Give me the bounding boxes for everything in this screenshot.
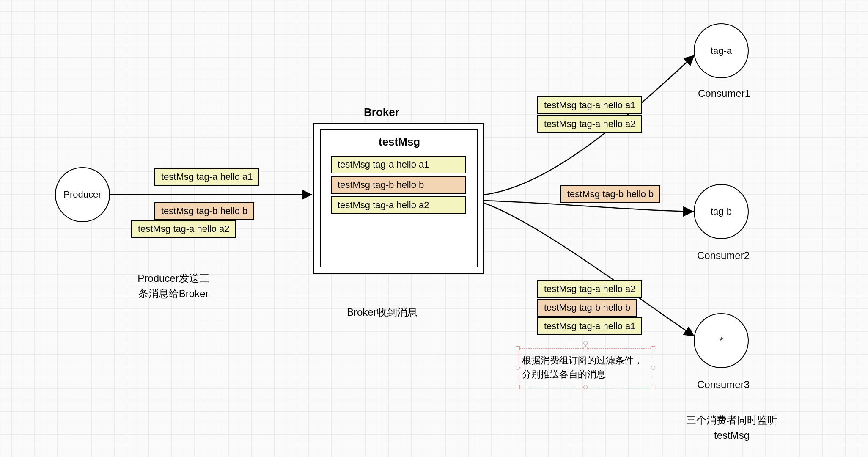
consumer3-tag: * [720, 335, 723, 346]
consumer3-msg-1: testMsg tag-a hello a2 [537, 280, 642, 298]
producer-msg-3: testMsg tag-a hello a2 [131, 220, 236, 238]
broker-title: Broker [364, 106, 399, 119]
consumer3-label: Consumer3 [697, 379, 750, 391]
consumer1-tag: tag-a [711, 45, 732, 56]
consumer1-label: Consumer1 [698, 88, 750, 99]
consumer2-label: Consumer2 [697, 250, 750, 262]
consumer1-node: tag-a [694, 23, 749, 78]
broker-topic-title: testMsg [379, 135, 420, 149]
producer-msg-2: testMsg tag-b hello b [154, 202, 254, 220]
consumer2-tag: tag-b [711, 206, 732, 217]
consumer3-msg-3: testMsg tag-a hello a1 [537, 317, 642, 335]
broker-msg-3: testMsg tag-a hello a2 [331, 196, 466, 214]
resize-handle-br[interactable] [651, 385, 655, 389]
resize-handle-tl[interactable] [516, 346, 520, 350]
resize-handle-r[interactable] [651, 366, 655, 370]
producer-label: Producer [63, 189, 101, 200]
resize-handle-tr[interactable] [651, 346, 655, 350]
consumer3-msg-2: testMsg tag-b hello b [537, 299, 637, 317]
broker-caption: Broker收到消息 [347, 305, 418, 320]
filter-caption[interactable]: 根据消费组订阅的过滤条件，分别推送各自的消息 [522, 353, 649, 381]
resize-handle-b[interactable] [583, 385, 588, 389]
consumer3-node: * [694, 313, 749, 368]
producer-node: Producer [55, 167, 110, 222]
consumer1-msg-2: testMsg tag-a hello a2 [537, 115, 642, 133]
producer-msg-1: testMsg tag-a hello a1 [154, 168, 259, 186]
rotate-handle-icon[interactable] [583, 341, 588, 345]
resize-handle-l[interactable] [516, 366, 520, 370]
producer-caption: Producer发送三 条消息给Broker [127, 271, 220, 301]
consumers-caption: 三个消费者同时监听 testMsg [677, 413, 787, 443]
resize-handle-t[interactable] [583, 346, 588, 350]
broker-msg-1: testMsg tag-a hello a1 [331, 156, 466, 173]
consumer1-msg-1: testMsg tag-a hello a1 [537, 96, 642, 114]
consumer2-msg-1: testMsg tag-b hello b [560, 185, 660, 203]
resize-handle-bl[interactable] [516, 385, 520, 389]
broker-msg-2: testMsg tag-b hello b [331, 176, 466, 194]
consumer2-node: tag-b [694, 184, 749, 239]
